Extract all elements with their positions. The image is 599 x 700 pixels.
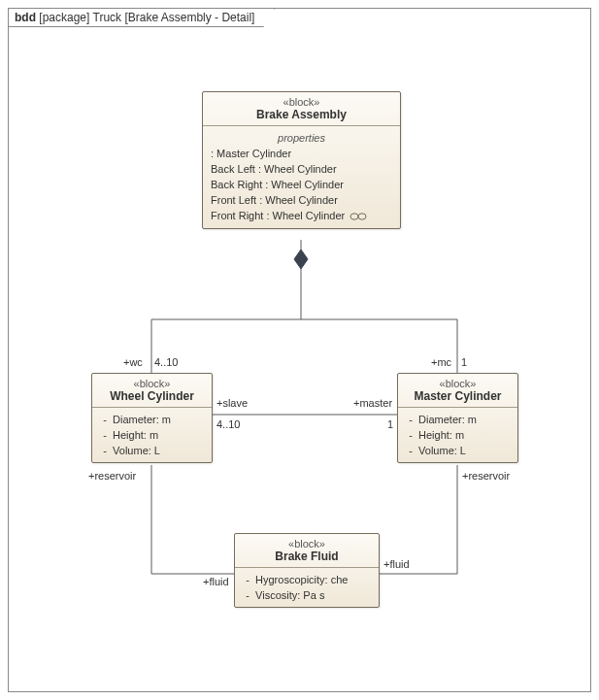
block-header: «block» Brake Fluid	[235, 534, 379, 568]
mult-mc: 1	[461, 356, 467, 368]
diagram-frame: bdd [package] Truck [Brake Assembly - De…	[8, 8, 591, 692]
svg-point-1	[358, 214, 366, 219]
attributes-compartment: - Diameter: m - Height: m - Volume: L	[92, 408, 212, 462]
role-slave: +slave	[216, 397, 248, 409]
attributes-compartment: - Diameter: m - Height: m - Volume: L	[398, 408, 517, 462]
block-name: Brake Assembly	[209, 108, 394, 121]
block-brake-fluid[interactable]: «block» Brake Fluid - Hygroscopicity: ch…	[234, 533, 380, 608]
attribute-text: Height: m	[113, 429, 158, 441]
mult-wc: 4..10	[154, 356, 178, 368]
stereotype: «block»	[209, 96, 394, 108]
stereotype: «block»	[98, 378, 206, 389]
svg-point-0	[350, 214, 358, 219]
attribute-text: Diameter: m	[113, 414, 171, 425]
attribute-text: Volume: L	[113, 445, 160, 456]
properties-compartment: properties : Master Cylinder Back Left :…	[203, 126, 400, 228]
block-name: Master Cylinder	[404, 389, 512, 403]
attribute-row: - Volume: L	[406, 443, 510, 458]
block-name: Wheel Cylinder	[98, 389, 206, 403]
block-name: Brake Fluid	[241, 550, 373, 563]
attribute-row: - Height: m	[100, 427, 204, 443]
attribute-text: Viscosity: Pa s	[255, 589, 324, 601]
block-header: «block» Brake Assembly	[203, 92, 400, 126]
role-fluid-left: +fluid	[203, 576, 229, 587]
property-row: Back Right : Wheel Cylinder	[211, 177, 392, 192]
property-row: : Master Cylinder	[211, 146, 392, 161]
property-row: Front Right : Wheel Cylinder	[211, 208, 392, 224]
attribute-text: Volume: L	[418, 445, 466, 456]
frame-tab: bdd [package] Truck [Brake Assembly - De…	[8, 8, 275, 27]
attribute-text: Hygroscopicity: che	[255, 574, 348, 585]
stereotype: «block»	[241, 538, 373, 550]
attribute-row: - Viscosity: Pa s	[243, 587, 371, 603]
attribute-row: - Diameter: m	[406, 412, 510, 427]
block-brake-assembly[interactable]: «block» Brake Assembly properties : Mast…	[202, 91, 401, 229]
attribute-row: - Volume: L	[100, 443, 204, 458]
visibility: -	[100, 443, 110, 458]
block-header: «block» Wheel Cylinder	[92, 374, 212, 408]
block-wheel-cylinder[interactable]: «block» Wheel Cylinder - Diameter: m - H…	[91, 373, 213, 463]
attributes-compartment: - Hygroscopicity: che - Viscosity: Pa s	[235, 568, 379, 607]
role-mc: +mc	[431, 356, 451, 368]
svg-marker-3	[294, 250, 308, 269]
role-reservoir-left: +reservoir	[88, 470, 136, 482]
mult-master: 1	[387, 418, 393, 430]
frame-scope: [package]	[39, 11, 89, 24]
attribute-text: Diameter: m	[418, 414, 477, 425]
block-master-cylinder[interactable]: «block» Master Cylinder - Diameter: m - …	[397, 373, 518, 463]
attribute-row: - Height: m	[406, 427, 510, 443]
property-row: Back Left : Wheel Cylinder	[211, 161, 392, 177]
frame-kind: bdd	[15, 11, 36, 24]
attribute-row: - Hygroscopicity: che	[243, 572, 371, 587]
visibility: -	[406, 412, 416, 427]
role-master: +master	[353, 397, 392, 409]
visibility: -	[243, 587, 252, 603]
role-fluid-right: +fluid	[383, 558, 410, 570]
role-wc: +wc	[123, 356, 143, 368]
attribute-row: - Diameter: m	[100, 412, 204, 427]
visibility: -	[100, 412, 110, 427]
stereotype: «block»	[404, 378, 512, 389]
block-header: «block» Master Cylinder	[398, 374, 517, 408]
visibility: -	[406, 427, 416, 443]
visibility: -	[100, 427, 110, 443]
link-icon	[349, 209, 367, 224]
property-row: Front Left : Wheel Cylinder	[211, 192, 392, 208]
role-reservoir-right: +reservoir	[462, 470, 510, 482]
visibility: -	[243, 572, 252, 587]
mult-slave: 4..10	[216, 418, 240, 430]
property-text: Front Right : Wheel Cylinder	[211, 210, 345, 221]
frame-title: Truck [Brake Assembly - Detail]	[93, 11, 255, 24]
compartment-title: properties	[211, 130, 392, 146]
attribute-text: Height: m	[418, 429, 464, 441]
visibility: -	[406, 443, 416, 458]
